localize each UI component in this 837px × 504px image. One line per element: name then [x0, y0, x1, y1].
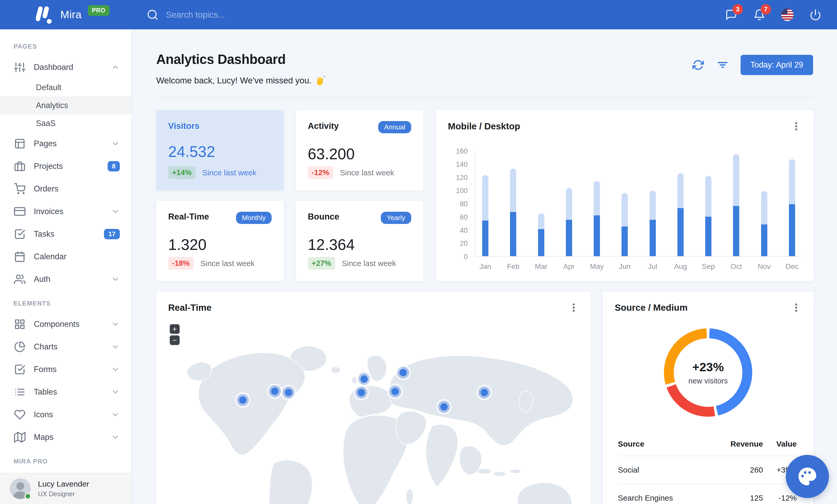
bar-apr[interactable]: Apr [566, 151, 572, 256]
source-menu-button[interactable] [791, 302, 801, 313]
user-role: UX Designer [38, 490, 89, 498]
bar-sep[interactable]: Sep [705, 151, 711, 256]
map-marker-new-york[interactable] [283, 387, 295, 398]
sidebar-subitem-saas[interactable]: SaaS [0, 114, 131, 132]
col-header-source: Source [618, 433, 709, 456]
chevron-down-icon [111, 342, 120, 351]
sidebar-item-label: Charts [34, 342, 111, 352]
sidebar-item-dashboard[interactable]: Dashboard [0, 56, 131, 78]
calendar-icon [14, 251, 25, 262]
mobile-segment [482, 221, 488, 256]
sidebar-item-pages[interactable]: Pages [0, 132, 131, 155]
sidebar-subitem-analytics[interactable]: Analytics [0, 96, 131, 114]
theme-settings-fab[interactable] [786, 455, 829, 498]
stat-delta-chip: -18% [168, 257, 194, 270]
brand-area[interactable]: Mira PRO [0, 5, 131, 24]
col-header-value: Value [763, 433, 797, 456]
stat-value: 63.200 [308, 145, 411, 163]
stat-period-badge[interactable]: Yearly [381, 212, 411, 224]
bar-oct[interactable]: Oct [733, 151, 739, 256]
sidebar-nav: PAGESDashboardDefaultAnalyticsSaaSPagesP… [0, 29, 131, 473]
sidebar-section-label-pages: PAGES [0, 34, 131, 56]
search-input[interactable]: Search topics... [147, 9, 725, 21]
map-icon [14, 431, 25, 443]
bar-may[interactable]: May [594, 151, 600, 256]
bar-aug[interactable]: Aug [677, 151, 684, 256]
bar-jan[interactable]: Jan [482, 151, 488, 256]
bar-nov[interactable]: Nov [761, 151, 767, 256]
sidebar-item-charts[interactable]: Charts [0, 335, 131, 358]
chevron-down-icon [111, 139, 120, 148]
list-icon [14, 386, 25, 398]
mobile-segment [705, 217, 711, 256]
y-tick-label: 80 [460, 200, 468, 208]
sidebar-item-label: Forms [34, 365, 111, 374]
map-marker-moscow[interactable] [397, 367, 409, 378]
sidebar-item-calendar[interactable]: Calendar [0, 245, 131, 268]
map-marker-beijing[interactable] [478, 387, 490, 398]
online-status-dot [24, 493, 31, 500]
date-range-button[interactable]: Today: April 29 [741, 55, 813, 75]
map-zoom-out-button[interactable]: − [170, 335, 180, 345]
mobile-desktop-card: Mobile / Desktop 020406080100120140160 J… [436, 110, 813, 281]
map-marker-istanbul[interactable] [389, 386, 401, 397]
sidebar-item-auth[interactable]: Auth [0, 268, 131, 291]
bar-jun[interactable]: Jun [622, 151, 628, 256]
chart-menu-button[interactable] [791, 120, 801, 132]
map-marker-london[interactable] [358, 373, 370, 385]
col-header-revenue: Revenue [709, 433, 763, 456]
sidebar-item-projects[interactable]: Projects8 [0, 155, 131, 178]
refresh-button[interactable] [692, 58, 705, 72]
power-icon [809, 9, 821, 21]
sidebar-item-forms[interactable]: Forms [0, 358, 131, 380]
chevron-down-icon [111, 388, 120, 396]
world-map [156, 292, 591, 504]
sidebar-subitem-default[interactable]: Default [0, 78, 131, 96]
desktop-segment [622, 193, 628, 226]
language-button[interactable] [781, 8, 794, 21]
notifications-button[interactable]: 7 [753, 8, 766, 21]
welcome-subtitle: Welcome back, Lucy! We've missed you. [156, 75, 325, 86]
navbar-actions: 3 7 [725, 8, 837, 21]
stat-title: Bounce [308, 212, 339, 222]
sidebar-item-maps[interactable]: Maps [0, 426, 131, 448]
source-cell: Search Engines [618, 484, 709, 504]
donut-center-label: new visitors [688, 377, 728, 385]
mobile-segment [622, 226, 628, 256]
stat-card-bounce: BounceYearly12.364+27%Since last week [296, 201, 423, 281]
stat-period-badge[interactable]: Monthly [236, 212, 272, 224]
filter-button[interactable] [716, 58, 729, 72]
user-profile[interactable]: Lucy Lavender UX Designer [0, 473, 131, 504]
sidebar-item-invoices[interactable]: Invoices [0, 200, 131, 223]
credit-card-icon [14, 206, 25, 217]
bar-dec[interactable]: Dec [789, 151, 795, 256]
pro-badge: PRO [88, 5, 109, 16]
sidebar-item-label: Tables [34, 387, 111, 397]
map-marker-chicago[interactable] [269, 385, 281, 397]
desktop-segment [705, 176, 711, 217]
sidebar-item-icons[interactable]: Icons [0, 403, 131, 426]
x-tick-label: May [590, 262, 604, 271]
desktop-segment [566, 188, 572, 220]
sign-out-button[interactable] [809, 8, 822, 21]
bar-jul[interactable]: Jul [649, 151, 656, 256]
stat-period-badge[interactable]: Annual [378, 121, 411, 133]
messages-button[interactable]: 3 [725, 8, 738, 21]
source-medium-card: Source / Medium +23% new visitors Source… [603, 292, 813, 504]
bar-feb[interactable]: Feb [510, 151, 516, 256]
sidebar-item-components[interactable]: Components [0, 313, 131, 335]
desktop-segment [482, 175, 488, 221]
sidebar-section-label-mira-pro: MIRA PRO [0, 448, 131, 471]
users-icon [14, 274, 25, 285]
stat-delta-chip: -12% [308, 166, 333, 179]
sidebar-item-tables[interactable]: Tables [0, 380, 131, 403]
source-card-title: Source / Medium [615, 302, 688, 313]
map-marker-san-francisco[interactable] [237, 394, 249, 406]
sidebar-item-tasks[interactable]: Tasks17 [0, 223, 131, 245]
stat-delta-chip: +27% [308, 257, 335, 270]
map-marker-madrid[interactable] [355, 387, 367, 398]
map-marker-delhi[interactable] [438, 401, 450, 413]
map-zoom-in-button[interactable]: + [170, 324, 180, 334]
sidebar-item-orders[interactable]: Orders [0, 178, 131, 200]
bar-mar[interactable]: Mar [538, 151, 544, 256]
